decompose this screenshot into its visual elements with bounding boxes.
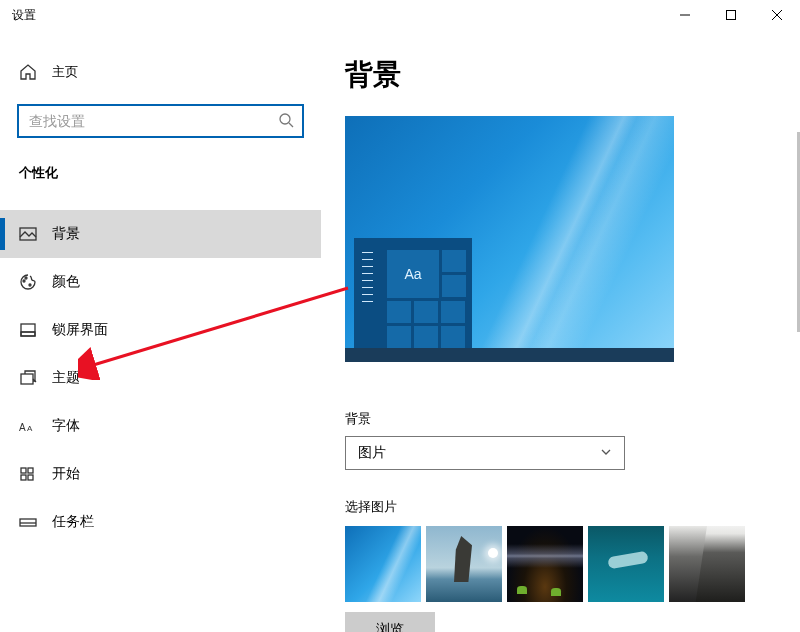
picture-thumb-4[interactable] — [588, 526, 664, 602]
sidebar-item-background[interactable]: 背景 — [0, 210, 321, 258]
picture-thumbnails — [345, 526, 776, 602]
home-icon — [19, 63, 37, 81]
picture-thumb-3[interactable] — [507, 526, 583, 602]
close-icon — [772, 10, 782, 20]
preview-taskbar — [345, 348, 674, 362]
picture-thumb-1[interactable] — [345, 526, 421, 602]
svg-rect-1 — [727, 11, 736, 20]
search-box[interactable] — [17, 104, 304, 138]
desktop-preview: Aa — [345, 116, 674, 362]
close-button[interactable] — [754, 0, 800, 30]
home-label: 主页 — [52, 63, 78, 81]
background-type-select[interactable]: 图片 — [345, 436, 625, 470]
svg-rect-19 — [28, 475, 33, 480]
sidebar-item-label: 颜色 — [52, 273, 80, 291]
browse-button[interactable]: 浏览 — [345, 612, 435, 632]
search-container — [0, 92, 321, 138]
select-value: 图片 — [358, 444, 386, 462]
maximize-icon — [726, 10, 736, 20]
sidebar-item-themes[interactable]: 主题 — [0, 354, 321, 402]
sidebar-item-label: 开始 — [52, 465, 80, 483]
palette-icon — [19, 273, 37, 291]
preview-start-menu: Aa — [354, 238, 472, 348]
sidebar-item-label: 主题 — [52, 369, 80, 387]
sidebar-item-label: 任务栏 — [52, 513, 94, 531]
svg-point-7 — [23, 280, 25, 282]
sidebar-item-lockscreen[interactable]: 锁屏界面 — [0, 306, 321, 354]
sidebar-item-label: 背景 — [52, 225, 80, 243]
minimize-icon — [680, 10, 690, 20]
svg-text:A: A — [27, 424, 33, 433]
lockscreen-icon — [19, 321, 37, 339]
sidebar-item-fonts[interactable]: AA 字体 — [0, 402, 321, 450]
picture-thumb-5[interactable] — [669, 526, 745, 602]
svg-rect-17 — [28, 468, 33, 473]
home-link[interactable]: 主页 — [0, 52, 321, 92]
svg-line-5 — [289, 123, 293, 127]
fonts-icon: AA — [19, 417, 37, 435]
start-icon — [19, 465, 37, 483]
search-input[interactable] — [29, 113, 278, 129]
choose-picture-label: 选择图片 — [345, 498, 776, 516]
title-bar: 设置 — [0, 0, 800, 30]
sidebar: 主页 个性化 背景 颜色 — [0, 30, 321, 632]
nav-list: 背景 颜色 锁屏界面 主题 — [0, 210, 321, 546]
window-title: 设置 — [12, 7, 36, 24]
sidebar-item-taskbar[interactable]: 任务栏 — [0, 498, 321, 546]
taskbar-icon — [19, 513, 37, 531]
picture-thumb-2[interactable] — [426, 526, 502, 602]
svg-point-8 — [25, 277, 27, 279]
svg-text:A: A — [19, 422, 26, 433]
main-content: 背景 Aa — [321, 30, 800, 632]
themes-icon — [19, 369, 37, 387]
svg-point-9 — [29, 284, 31, 286]
window-controls — [662, 0, 800, 30]
svg-rect-18 — [21, 475, 26, 480]
sidebar-item-start[interactable]: 开始 — [0, 450, 321, 498]
search-icon — [278, 112, 294, 131]
app-body: 主页 个性化 背景 颜色 — [0, 30, 800, 632]
svg-rect-13 — [21, 374, 33, 384]
minimize-button[interactable] — [662, 0, 708, 30]
chevron-down-icon — [600, 445, 612, 461]
sidebar-item-label: 字体 — [52, 417, 80, 435]
page-title: 背景 — [345, 56, 776, 94]
sidebar-item-label: 锁屏界面 — [52, 321, 108, 339]
maximize-button[interactable] — [708, 0, 754, 30]
svg-point-4 — [280, 114, 290, 124]
preview-sample-tile: Aa — [387, 250, 439, 298]
sidebar-item-colors[interactable]: 颜色 — [0, 258, 321, 306]
svg-rect-16 — [21, 468, 26, 473]
picture-icon — [19, 225, 37, 243]
background-field-label: 背景 — [345, 410, 776, 428]
section-label: 个性化 — [0, 138, 321, 192]
